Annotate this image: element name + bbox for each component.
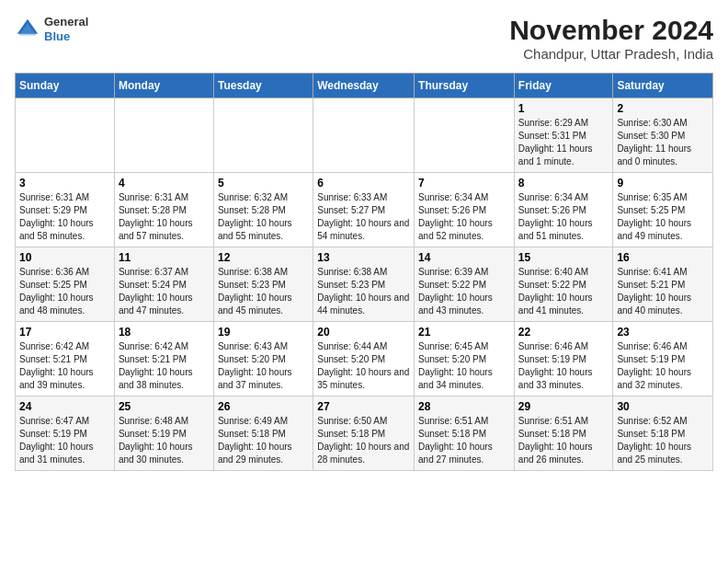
week-row-4: 24Sunrise: 6:47 AM Sunset: 5:19 PM Dayli… bbox=[16, 396, 713, 471]
calendar-cell bbox=[313, 98, 415, 173]
week-row-0: 1Sunrise: 6:29 AM Sunset: 5:31 PM Daylig… bbox=[16, 98, 713, 173]
day-info: Sunrise: 6:38 AM Sunset: 5:23 PM Dayligh… bbox=[317, 266, 410, 317]
calendar-cell: 14Sunrise: 6:39 AM Sunset: 5:22 PM Dayli… bbox=[415, 247, 515, 322]
calendar-cell: 13Sunrise: 6:38 AM Sunset: 5:23 PM Dayli… bbox=[313, 247, 415, 322]
day-info: Sunrise: 6:51 AM Sunset: 5:18 PM Dayligh… bbox=[518, 415, 609, 466]
day-info: Sunrise: 6:31 AM Sunset: 5:29 PM Dayligh… bbox=[19, 191, 110, 243]
day-number: 26 bbox=[218, 400, 309, 413]
column-header-thursday: Thursday bbox=[415, 74, 515, 98]
calendar-cell: 8Sunrise: 6:34 AM Sunset: 5:26 PM Daylig… bbox=[514, 173, 613, 247]
day-info: Sunrise: 6:46 AM Sunset: 5:19 PM Dayligh… bbox=[617, 340, 709, 392]
calendar-cell: 12Sunrise: 6:38 AM Sunset: 5:23 PM Dayli… bbox=[213, 247, 313, 322]
day-number: 10 bbox=[19, 251, 110, 264]
logo-blue-text: Blue bbox=[44, 29, 88, 44]
day-info: Sunrise: 6:33 AM Sunset: 5:27 PM Dayligh… bbox=[317, 191, 410, 243]
calendar-cell: 27Sunrise: 6:50 AM Sunset: 5:18 PM Dayli… bbox=[313, 396, 415, 471]
calendar-cell: 16Sunrise: 6:41 AM Sunset: 5:21 PM Dayli… bbox=[613, 247, 713, 322]
day-info: Sunrise: 6:45 AM Sunset: 5:20 PM Dayligh… bbox=[418, 340, 510, 392]
day-number: 29 bbox=[518, 400, 609, 413]
main-title: November 2024 bbox=[509, 15, 713, 46]
day-info: Sunrise: 6:37 AM Sunset: 5:24 PM Dayligh… bbox=[119, 266, 210, 317]
day-info: Sunrise: 6:36 AM Sunset: 5:25 PM Dayligh… bbox=[19, 266, 110, 317]
day-number: 15 bbox=[518, 251, 609, 264]
day-info: Sunrise: 6:32 AM Sunset: 5:28 PM Dayligh… bbox=[218, 191, 309, 243]
column-header-tuesday: Tuesday bbox=[213, 74, 313, 98]
logo-icon bbox=[15, 17, 40, 42]
day-info: Sunrise: 6:39 AM Sunset: 5:22 PM Dayligh… bbox=[418, 266, 510, 317]
day-number: 18 bbox=[119, 326, 210, 339]
day-info: Sunrise: 6:41 AM Sunset: 5:21 PM Dayligh… bbox=[617, 266, 709, 317]
day-number: 24 bbox=[19, 400, 110, 413]
day-number: 23 bbox=[617, 326, 709, 339]
week-row-3: 17Sunrise: 6:42 AM Sunset: 5:21 PM Dayli… bbox=[16, 322, 713, 396]
day-info: Sunrise: 6:34 AM Sunset: 5:26 PM Dayligh… bbox=[518, 191, 609, 243]
day-number: 5 bbox=[218, 177, 309, 190]
day-info: Sunrise: 6:46 AM Sunset: 5:19 PM Dayligh… bbox=[518, 340, 609, 392]
calendar-cell bbox=[16, 98, 115, 173]
calendar-cell: 6Sunrise: 6:33 AM Sunset: 5:27 PM Daylig… bbox=[313, 173, 415, 247]
day-info: Sunrise: 6:50 AM Sunset: 5:18 PM Dayligh… bbox=[317, 415, 410, 466]
day-number: 16 bbox=[617, 251, 709, 264]
calendar-cell: 2Sunrise: 6:30 AM Sunset: 5:30 PM Daylig… bbox=[613, 98, 713, 173]
week-row-1: 3Sunrise: 6:31 AM Sunset: 5:29 PM Daylig… bbox=[16, 173, 713, 247]
calendar-cell: 17Sunrise: 6:42 AM Sunset: 5:21 PM Dayli… bbox=[16, 322, 115, 396]
calendar-cell: 3Sunrise: 6:31 AM Sunset: 5:29 PM Daylig… bbox=[16, 173, 115, 247]
calendar-cell bbox=[415, 98, 515, 173]
day-info: Sunrise: 6:30 AM Sunset: 5:30 PM Dayligh… bbox=[617, 117, 709, 168]
day-number: 28 bbox=[418, 400, 510, 413]
calendar-cell: 5Sunrise: 6:32 AM Sunset: 5:28 PM Daylig… bbox=[213, 173, 313, 247]
calendar-cell bbox=[114, 98, 213, 173]
header-row: SundayMondayTuesdayWednesdayThursdayFrid… bbox=[16, 74, 713, 98]
day-number: 25 bbox=[119, 400, 210, 413]
title-area: November 2024 Chandpur, Uttar Pradesh, I… bbox=[509, 15, 713, 62]
day-info: Sunrise: 6:47 AM Sunset: 5:19 PM Dayligh… bbox=[19, 415, 110, 466]
day-number: 8 bbox=[518, 177, 609, 190]
calendar-cell: 19Sunrise: 6:43 AM Sunset: 5:20 PM Dayli… bbox=[213, 322, 313, 396]
day-number: 17 bbox=[19, 326, 110, 339]
calendar-cell: 9Sunrise: 6:35 AM Sunset: 5:25 PM Daylig… bbox=[613, 173, 713, 247]
day-number: 1 bbox=[518, 102, 609, 115]
day-number: 14 bbox=[418, 251, 510, 264]
day-info: Sunrise: 6:38 AM Sunset: 5:23 PM Dayligh… bbox=[218, 266, 309, 317]
calendar-cell: 22Sunrise: 6:46 AM Sunset: 5:19 PM Dayli… bbox=[514, 322, 613, 396]
calendar-cell: 24Sunrise: 6:47 AM Sunset: 5:19 PM Dayli… bbox=[16, 396, 115, 471]
calendar-header: SundayMondayTuesdayWednesdayThursdayFrid… bbox=[16, 74, 713, 98]
calendar-cell: 7Sunrise: 6:34 AM Sunset: 5:26 PM Daylig… bbox=[415, 173, 515, 247]
calendar-cell: 15Sunrise: 6:40 AM Sunset: 5:22 PM Dayli… bbox=[514, 247, 613, 322]
day-info: Sunrise: 6:51 AM Sunset: 5:18 PM Dayligh… bbox=[418, 415, 510, 466]
day-number: 4 bbox=[119, 177, 210, 190]
calendar-cell: 4Sunrise: 6:31 AM Sunset: 5:28 PM Daylig… bbox=[114, 173, 213, 247]
calendar-cell: 26Sunrise: 6:49 AM Sunset: 5:18 PM Dayli… bbox=[213, 396, 313, 471]
day-info: Sunrise: 6:49 AM Sunset: 5:18 PM Dayligh… bbox=[218, 415, 309, 466]
column-header-friday: Friday bbox=[514, 74, 613, 98]
day-info: Sunrise: 6:35 AM Sunset: 5:25 PM Dayligh… bbox=[617, 191, 709, 243]
calendar-cell: 23Sunrise: 6:46 AM Sunset: 5:19 PM Dayli… bbox=[613, 322, 713, 396]
calendar-cell: 10Sunrise: 6:36 AM Sunset: 5:25 PM Dayli… bbox=[16, 247, 115, 322]
day-number: 19 bbox=[218, 326, 309, 339]
day-number: 30 bbox=[617, 400, 709, 413]
day-info: Sunrise: 6:29 AM Sunset: 5:31 PM Dayligh… bbox=[518, 117, 609, 168]
day-info: Sunrise: 6:34 AM Sunset: 5:26 PM Dayligh… bbox=[418, 191, 510, 243]
calendar-cell bbox=[213, 98, 313, 173]
calendar-cell: 1Sunrise: 6:29 AM Sunset: 5:31 PM Daylig… bbox=[514, 98, 613, 173]
day-number: 20 bbox=[317, 326, 410, 339]
day-number: 2 bbox=[617, 102, 709, 115]
column-header-monday: Monday bbox=[114, 74, 213, 98]
week-row-2: 10Sunrise: 6:36 AM Sunset: 5:25 PM Dayli… bbox=[16, 247, 713, 322]
day-number: 6 bbox=[317, 177, 410, 190]
calendar-cell: 28Sunrise: 6:51 AM Sunset: 5:18 PM Dayli… bbox=[415, 396, 515, 471]
day-number: 11 bbox=[119, 251, 210, 264]
calendar-table: SundayMondayTuesdayWednesdayThursdayFrid… bbox=[15, 73, 713, 471]
day-number: 13 bbox=[317, 251, 410, 264]
calendar-cell: 11Sunrise: 6:37 AM Sunset: 5:24 PM Dayli… bbox=[114, 247, 213, 322]
calendar-body: 1Sunrise: 6:29 AM Sunset: 5:31 PM Daylig… bbox=[16, 98, 713, 471]
column-header-saturday: Saturday bbox=[613, 74, 713, 98]
day-info: Sunrise: 6:42 AM Sunset: 5:21 PM Dayligh… bbox=[19, 340, 110, 392]
day-number: 9 bbox=[617, 177, 709, 190]
day-info: Sunrise: 6:44 AM Sunset: 5:20 PM Dayligh… bbox=[317, 340, 410, 392]
day-number: 7 bbox=[418, 177, 510, 190]
day-number: 3 bbox=[19, 177, 110, 190]
day-number: 27 bbox=[317, 400, 410, 413]
day-info: Sunrise: 6:52 AM Sunset: 5:18 PM Dayligh… bbox=[617, 415, 709, 466]
column-header-wednesday: Wednesday bbox=[313, 74, 415, 98]
